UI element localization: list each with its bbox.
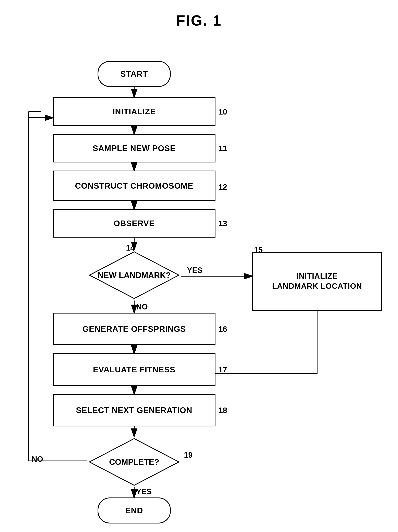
initialize-label: 10 [219, 108, 227, 116]
start-node: START [98, 61, 171, 87]
select-label: 18 [219, 406, 227, 415]
sample-node: SAMPLE NEW POSE [53, 134, 215, 162]
generate-node: GENERATE OFFSPRINGS [53, 313, 215, 345]
sample-label: 11 [219, 144, 227, 153]
initialize-node: INITIALIZE [53, 97, 215, 126]
end-node: END [98, 497, 171, 524]
complete-node: COMPLETE? [87, 437, 181, 487]
init-landmark-label: 15 [254, 246, 263, 254]
select-node: SELECT NEXT GENERATION [53, 394, 215, 426]
construct-label: 12 [219, 183, 227, 191]
init-landmark-node: INITIALIZE LANDMARK LOCATION [252, 252, 382, 311]
yes2-label: YES [136, 487, 152, 496]
evaluate-label: 17 [219, 366, 227, 374]
no-label: NO [136, 303, 148, 311]
observe-label: 13 [219, 219, 227, 228]
evaluate-node: EVALUATE FITNESS [53, 353, 215, 386]
page-title: FIG. 1 [0, 0, 398, 29]
generate-label: 16 [219, 325, 227, 334]
new-landmark-label: 14 [126, 244, 135, 252]
no2-label: NO [32, 455, 43, 463]
yes-label: YES [187, 266, 202, 275]
construct-node: CONSTRUCT CHROMOSOME [53, 171, 215, 201]
complete-label: 19 [184, 451, 192, 460]
observe-node: OBSERVE [53, 209, 215, 238]
new-landmark-node: NEW LANDMARK? [87, 250, 181, 301]
